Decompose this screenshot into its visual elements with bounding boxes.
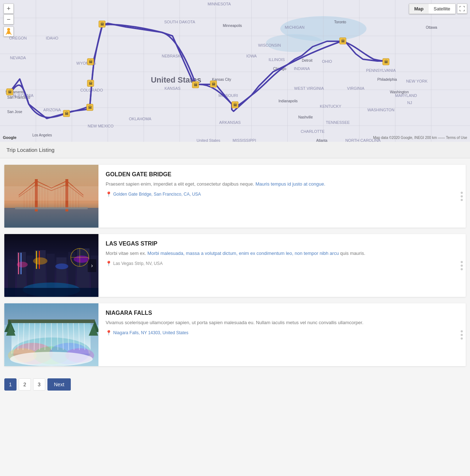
location-address-2: 📍 Niagara Falls, NY 14303, United States — [106, 330, 459, 336]
svg-line-97 — [10, 33, 11, 34]
map-container: OREGON NEVADA CALIFORNIA IDAHO WYOMING C… — [0, 0, 470, 142]
svg-point-140 — [55, 263, 68, 269]
location-image-las-vegas: › — [4, 234, 98, 297]
location-content-golden-gate: GOLDEN GATE BRIDGE Praesent sapien enim,… — [98, 165, 466, 204]
location-image-niagara — [4, 303, 98, 366]
svg-text:San Jose: San Jose — [7, 110, 22, 114]
location-title-2: NIAGARA FALLS — [106, 310, 459, 316]
svg-text:IDAHO: IDAHO — [46, 36, 59, 40]
svg-rect-99 — [4, 208, 98, 228]
address-text-0: Golden Gate Bridge, San Francisco, CA, U… — [113, 192, 201, 197]
listing-title: Trip Location Listing — [6, 147, 55, 153]
svg-rect-95 — [7, 31, 10, 34]
svg-text:Minneapolis: Minneapolis — [223, 24, 242, 28]
zoom-in-button[interactable]: + — [4, 4, 14, 14]
svg-text:Indianapolis: Indianapolis — [278, 99, 298, 103]
svg-point-139 — [33, 257, 47, 265]
location-card-niagara: NIAGARA FALLS Vivamus scelerisque ullamc… — [4, 303, 466, 366]
address-text-1: Las Vegas Strip, NV, USA — [113, 261, 163, 266]
svg-rect-137 — [4, 288, 98, 297]
svg-text:🏛: 🏛 — [89, 60, 93, 64]
svg-text:ILLINOIS: ILLINOIS — [268, 57, 285, 62]
location-content-las-vegas: LAS VEGAS STRIP Morbi vitae sem ex. Morb… — [98, 234, 466, 273]
address-text-2: Niagara Falls, NY 14303, United States — [113, 330, 188, 335]
location-description-1: Morbi vitae sem ex. Morbi malesuada, mas… — [106, 250, 459, 257]
svg-text:TENNESSEE: TENNESSEE — [326, 120, 350, 125]
next-button[interactable]: Next — [47, 378, 71, 391]
svg-point-154 — [10, 352, 93, 366]
svg-text:ARKANSAS: ARKANSAS — [219, 120, 241, 125]
pin-icon-2: 📍 — [106, 330, 112, 336]
map-zoom-controls: + − — [4, 4, 14, 37]
svg-text:🏛: 🏛 — [65, 111, 69, 116]
svg-line-96 — [6, 33, 7, 34]
svg-point-94 — [7, 28, 10, 31]
svg-text:WEST VIRGINIA: WEST VIRGINIA — [294, 86, 324, 90]
svg-text:MICHIGAN: MICHIGAN — [285, 25, 305, 29]
svg-text:United States: United States — [197, 138, 221, 142]
svg-text:Atlanta: Atlanta — [316, 139, 328, 142]
svg-text:Toronto: Toronto — [334, 20, 346, 24]
pagination: 1 2 3 Next — [0, 373, 470, 399]
location-image-golden-gate — [4, 165, 98, 228]
svg-rect-121 — [4, 186, 98, 201]
page-1-button[interactable]: 1 — [4, 378, 17, 391]
zoom-out-button[interactable]: − — [4, 14, 14, 24]
svg-text:MISSISSIPPI: MISSISSIPPI — [232, 138, 256, 142]
svg-text:WISCONSIN: WISCONSIN — [258, 43, 281, 47]
location-address-0: 📍 Golden Gate Bridge, San Francisco, CA,… — [106, 191, 459, 197]
svg-point-141 — [74, 256, 89, 263]
svg-text:NEW YORK: NEW YORK — [406, 79, 428, 83]
map-type-map-button[interactable]: Map — [409, 4, 429, 14]
svg-rect-168 — [8, 319, 95, 323]
svg-text:Nashville: Nashville — [298, 115, 313, 119]
svg-text:Washington: Washington — [390, 90, 409, 94]
svg-text:🏛: 🏛 — [88, 105, 92, 109]
svg-text:NEW MEXICO: NEW MEXICO — [88, 124, 114, 128]
page-2-button[interactable]: 2 — [19, 378, 31, 391]
svg-text:NEVADA: NEVADA — [10, 56, 26, 60]
location-content-niagara: NIAGARA FALLS Vivamus scelerisque ullamc… — [98, 303, 466, 342]
location-description-2: Vivamus scelerisque ullamcorper sapien, … — [106, 319, 459, 326]
svg-text:IOWA: IOWA — [246, 54, 257, 58]
svg-text:🏛: 🏛 — [194, 83, 198, 87]
location-card-golden-gate: GOLDEN GATE BRIDGE Praesent sapien enim,… — [4, 165, 466, 228]
svg-text:🏛: 🏛 — [100, 22, 104, 26]
map-type-controls: Map Satellite — [409, 4, 456, 14]
svg-text:🏛: 🏛 — [233, 103, 237, 107]
location-address-1: 📍 Las Vegas Strip, NV, USA — [106, 261, 459, 266]
svg-text:PENNSYLVANIA: PENNSYLVANIA — [366, 68, 396, 73]
svg-rect-104 — [15, 207, 88, 209]
google-logo: Google — [3, 135, 17, 140]
svg-text:Los Angeles: Los Angeles — [32, 133, 52, 137]
map-background: OREGON NEVADA CALIFORNIA IDAHO WYOMING C… — [0, 0, 470, 142]
svg-text:Philadelphia: Philadelphia — [377, 78, 397, 81]
svg-text:🏛: 🏛 — [89, 81, 93, 85]
svg-text:ARIZONA: ARIZONA — [43, 108, 61, 112]
svg-text:WASHINGTON: WASHINGTON — [367, 108, 394, 112]
pegman-button[interactable] — [4, 27, 14, 37]
map-type-satellite-button[interactable]: Satellite — [429, 4, 455, 14]
svg-point-138 — [17, 262, 28, 267]
location-card-las-vegas: › LAS VEGAS STRIP Morbi vitae sem ex. Mo… — [4, 234, 466, 297]
page-3-button[interactable]: 3 — [33, 378, 45, 391]
pin-icon-1: 📍 — [106, 261, 112, 266]
carousel-next-button[interactable]: › — [88, 259, 96, 272]
location-list: GOLDEN GATE BRIDGE Praesent sapien enim,… — [0, 165, 470, 366]
card-scroll-0 — [461, 192, 463, 201]
svg-text:🏛: 🏛 — [341, 39, 345, 43]
location-title-0: GOLDEN GATE BRIDGE — [106, 171, 459, 178]
svg-text:Detroit: Detroit — [302, 59, 313, 62]
svg-text:🏛: 🏛 — [212, 82, 216, 86]
svg-text:INDIANA: INDIANA — [294, 66, 310, 71]
pin-icon-0: 📍 — [106, 191, 112, 197]
svg-text:Ottawa: Ottawa — [426, 25, 437, 29]
location-title-1: LAS VEGAS STRIP — [106, 241, 459, 247]
location-description-0: Praesent sapien enim, imperdiet a elit e… — [106, 181, 459, 188]
svg-text:MINNESOTA: MINNESOTA — [208, 2, 231, 6]
fullscreen-button[interactable] — [457, 4, 467, 14]
svg-text:KENTUCKY: KENTUCKY — [320, 104, 342, 108]
card-scroll-2 — [461, 330, 463, 340]
svg-text:CHARLOTTE: CHARLOTTE — [301, 129, 325, 134]
svg-text:SOUTH DAKOTA: SOUTH DAKOTA — [164, 20, 195, 24]
